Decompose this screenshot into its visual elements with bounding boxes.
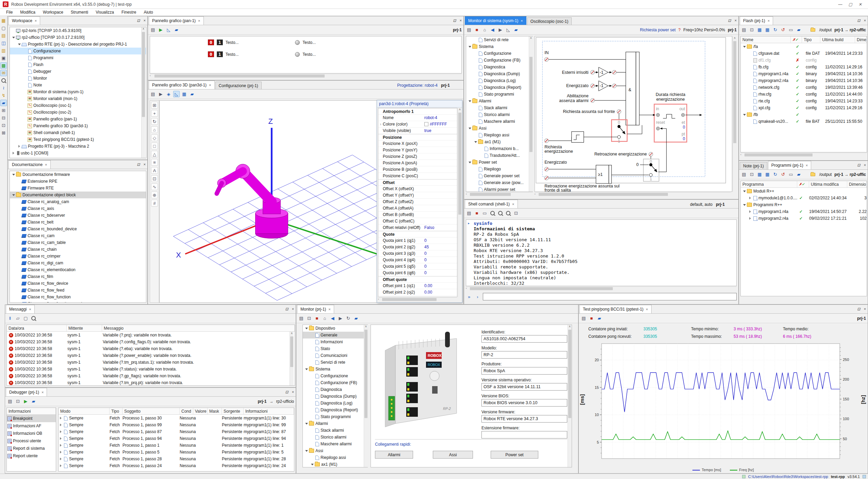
expand-icon[interactable] [742,191,747,192]
scene-tool-icon[interactable]: ◇ [151,134,158,141]
tree-item[interactable]: Sistema [303,366,367,373]
expand-icon[interactable] [468,128,472,129]
property-row[interactable]: Offset joint 2 (oj2) 0.00 [378,289,457,296]
toolbar-icon[interactable]: ▰ [353,315,359,321]
property-value[interactable]: 0.00 [424,290,432,295]
property-row[interactable]: Posizione A (posA) [378,160,457,166]
tree-item[interactable]: rp2-ufficio [TCP/IP 10.0.17.2:8100] [10,34,146,41]
layout-icon[interactable] [863,475,866,478]
tree-item[interactable]: Monitor di sistema (sysm-1) [10,88,146,95]
nav-item[interactable]: Informazioni AF [7,422,56,430]
float-icon[interactable]: ⊡ [285,307,288,311]
property-row[interactable]: Quota joint 2 (qj2) 45 [378,244,457,250]
shell-mode[interactable]: default, auto [690,202,713,207]
menu-item[interactable]: Finestre [118,9,140,15]
tree-item[interactable]: Note [10,82,146,88]
expand-icon[interactable] [304,328,309,329]
expand-icon[interactable] [59,444,63,447]
tab-workspace[interactable]: Workspace× [9,16,40,25]
toolbar-icon[interactable]: ◀ [329,315,336,321]
field-value[interactable]: Robox BIOS versione 3.0.10 [481,399,567,407]
tree-item[interactable]: Classe rc_chain [10,246,146,253]
property-value[interactable]: 0 [424,264,427,269]
property-row[interactable]: Offset quote [378,276,457,283]
lamp-indicator[interactable] [295,52,300,57]
toolbar-icon[interactable]: ▶ [158,27,164,33]
expand-icon[interactable] [473,141,478,143]
property-value[interactable]: 0 [424,238,427,243]
toolbar-icon[interactable]: ▰ [30,398,37,404]
breakpoint-row[interactable]: Sempre Fetch Processo 1, passo 94 Nessun… [59,435,294,442]
property-row[interactable]: Quota joint 4 (qj4) 0 [378,257,457,263]
tree-item[interactable]: Classe rc_cam_table [10,239,146,246]
tab-pan1[interactable]: Pannello grafico (pan-1)× [149,16,204,25]
tree-item[interactable]: Classe rc_flow_device [10,280,146,287]
sidebar-icon[interactable]: ↯ [0,92,7,99]
table-row[interactable]: /fa [741,43,867,50]
property-value[interactable]: Falso [424,225,434,230]
table-row[interactable]: rhw.cfg config 11/02/2021 14:44:00 [741,91,867,98]
field-value[interactable]: OSF a 32bit versione 14.11.11 [481,383,567,391]
sidebar-icon[interactable] [0,77,7,84]
scene-tool-icon[interactable]: ⊕ [151,192,158,198]
field-value[interactable]: Robox SpA [481,367,567,375]
breakpoint-row[interactable]: Sempre Fetch Processo 1, passo 99 Nessun… [59,422,294,428]
expand-icon[interactable] [748,217,752,220]
expand-icon[interactable] [59,464,63,467]
expand-icon[interactable] [17,44,21,45]
sidebar-icon[interactable]: ▥ [0,47,7,54]
close-icon[interactable]: × [328,307,330,311]
tree-item[interactable]: ax1 (M1) [303,461,367,467]
close-icon[interactable]: × [806,163,808,167]
tree-item[interactable]: Informazioni [303,338,367,345]
tree-item[interactable]: Configurazione [10,48,146,54]
property-row[interactable]: Offset Y (offsetY) [378,192,457,199]
close-icon[interactable]: × [512,202,514,206]
tree-item[interactable]: Power set [466,159,533,166]
menu-item[interactable]: Modifica [17,9,39,15]
expand-icon[interactable] [59,430,63,433]
toolbar-icon[interactable] [505,210,511,216]
tree-item[interactable]: Generale asse (pow... [466,179,533,186]
toolbar-icon[interactable]: ▰ [596,315,603,321]
property-row[interactable]: Offset X (offsetX) [378,186,457,192]
message-row[interactable]: 10/03/2022 10:36:58 sysm-1 Variabile (?.… [7,338,295,345]
tree-item[interactable]: Test ping/pong BCC/31 (pptest-1) [10,136,146,143]
tree-item[interactable]: Debugger [10,68,146,75]
expand-icon[interactable] [748,197,752,199]
toolbar-icon[interactable]: ▤ [580,315,587,321]
toolbar-icon[interactable] [30,315,37,321]
menu-item[interactable]: Visualizza [92,9,117,15]
tree-item[interactable]: Storico allarmi [466,111,533,118]
close-icon[interactable]: × [864,18,866,23]
toolbar-icon[interactable]: ▶ [337,315,344,321]
tree-item[interactable]: usbc-1 [COM3] [10,150,146,156]
tree-item[interactable]: Informazioni b... [466,145,533,152]
sidebar-icon[interactable]: ≀ [0,85,7,91]
close-icon[interactable]: × [768,19,770,23]
tree-item[interactable]: Stato [303,345,367,352]
expand-icon[interactable] [11,37,16,38]
tree-item[interactable]: Servizi di rete [303,359,367,366]
workspace-path[interactable]: C:\Users\Alex\Robox\Rde3\Workspaces\test… [748,475,828,479]
sidebar-icon[interactable]: ⊟ [0,115,7,121]
tree-item[interactable]: Diagnostica (Dump) [303,393,367,400]
scrollbar[interactable]: ‹ [150,74,462,78]
toolbar-icon[interactable]: ‖ [7,315,13,321]
close-icon[interactable]: × [292,390,294,394]
expand-icon[interactable] [742,46,747,48]
scene-tool-icon[interactable]: ≡ [151,159,158,166]
tree-item[interactable]: Classe rc_elementlocation [10,266,146,273]
tree-item[interactable]: Configurazione [466,50,533,57]
tab-documentazione[interactable]: Documentazione× [9,160,51,169]
scrollbar[interactable]: ∧ [141,27,145,158]
toolbar-icon[interactable]: ◀ [489,27,496,33]
property-row[interactable]: Posizione X (posX) [378,141,457,147]
property-value[interactable]: 0.00 [424,283,432,288]
expand-icon[interactable] [59,451,63,453]
toolbar-icon[interactable]: ▶ [158,91,164,97]
table-row[interactable]: qmakeall-vs20... file BAT 25/11/2021 15:… [741,118,867,125]
toolbar-icon[interactable]: ▢ [22,315,29,321]
sidebar-icon[interactable]: ⊠ [0,130,7,136]
tab-monitor[interactable]: Monitor (prj-1)× [297,305,334,313]
